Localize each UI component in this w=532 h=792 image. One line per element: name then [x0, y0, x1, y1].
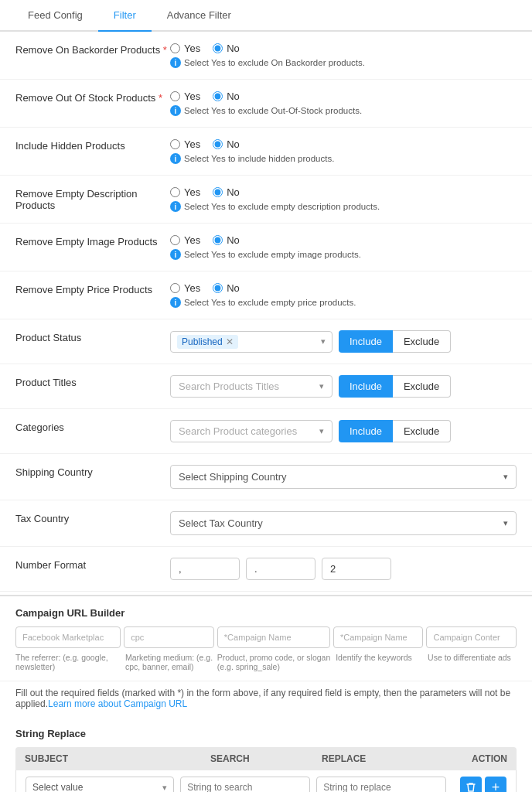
chevron-down-icon: ▾: [503, 518, 508, 528]
out-of-stock-yes[interactable]: Yes: [170, 90, 200, 102]
hint-icon: i: [170, 249, 181, 260]
hidden-controls: Yes No i Select Yes to include hidden pr…: [170, 138, 517, 164]
published-tag: Published ✕: [177, 335, 238, 349]
product-titles-include-button[interactable]: Include: [339, 375, 393, 398]
backorder-yes[interactable]: Yes: [170, 43, 200, 54]
campaign-name-input[interactable]: [217, 626, 330, 648]
thousands-separator-input[interactable]: [170, 558, 240, 580]
categories-select[interactable]: Search Product categories ▾: [170, 420, 332, 442]
filter-content: Remove On Backorder Products * Yes No i …: [0, 32, 532, 792]
tax-country-controls: Select Tax Country ▾: [170, 511, 517, 535]
hint-icon: i: [170, 201, 181, 212]
product-status-include-exclude: Include Exclude: [339, 330, 451, 353]
hidden-no[interactable]: No: [213, 138, 240, 150]
empty-price-no[interactable]: No: [213, 282, 240, 294]
product-titles-exclude-button[interactable]: Exclude: [393, 375, 451, 398]
hint-icon: i: [170, 57, 181, 68]
empty-image-row: Remove Empty Image Products Yes No i Sel…: [0, 224, 532, 271]
hint-icon: i: [170, 105, 181, 116]
empty-image-label: Remove Empty Image Products: [15, 234, 170, 248]
shipping-country-label: Shipping Country: [15, 465, 170, 478]
backorder-row: Remove On Backorder Products * Yes No i …: [0, 32, 532, 80]
product-status-select[interactable]: Published ✕ ▾: [170, 331, 332, 353]
chevron-down-icon: ▾: [319, 426, 324, 436]
categories-label: Categories: [15, 420, 170, 433]
tab-filter[interactable]: Filter: [98, 0, 152, 32]
hidden-row: Include Hidden Products Yes No i Select …: [0, 128, 532, 176]
tab-advance-filter[interactable]: Advance Filter: [152, 0, 247, 32]
replace-string-input[interactable]: [316, 777, 446, 792]
categories-exclude-button[interactable]: Exclude: [393, 420, 451, 442]
empty-desc-no[interactable]: No: [213, 186, 240, 198]
categories-controls: Search Product categories ▾ Include Excl…: [170, 420, 517, 442]
categories-include-button[interactable]: Include: [339, 420, 393, 442]
product-status-include-button[interactable]: Include: [339, 330, 393, 353]
backorder-hint: i Select Yes to exclude On Backorder pro…: [170, 57, 517, 68]
decimal-separator-input[interactable]: [246, 558, 315, 580]
shipping-country-select[interactable]: Select Shipping Country ▾: [170, 465, 517, 489]
product-status-exclude-button[interactable]: Exclude: [393, 330, 451, 353]
campaign-medium-input[interactable]: [124, 626, 214, 648]
out-of-stock-no[interactable]: No: [213, 90, 240, 102]
tag-close-icon[interactable]: ✕: [226, 336, 234, 347]
backorder-no[interactable]: No: [213, 43, 240, 54]
product-status-controls-row: Published ✕ ▾ Include Exclude: [170, 330, 517, 353]
campaign-info: Fill out the required fields (marked wit…: [0, 681, 532, 720]
hidden-radio-group: Yes No: [170, 138, 517, 150]
campaign-content-input[interactable]: [426, 626, 517, 648]
campaign-title: Campaign URL Builder: [0, 596, 532, 626]
empty-desc-radio-group: Yes No: [170, 186, 517, 198]
product-titles-label: Product Titles: [15, 375, 170, 388]
campaign-inputs: [0, 626, 532, 653]
col-search: SEARCH: [210, 753, 322, 764]
campaign-source-input[interactable]: [15, 626, 121, 648]
empty-desc-yes[interactable]: Yes: [170, 186, 200, 198]
add-row-button[interactable]: +: [485, 777, 506, 792]
product-titles-include-exclude: Include Exclude: [339, 375, 451, 398]
product-titles-controls: Search Products Titles ▾ Include Exclude: [170, 375, 517, 398]
categories-row: Categories Search Product categories ▾ I…: [0, 409, 532, 454]
empty-price-radio-group: Yes No: [170, 282, 517, 294]
learn-more-link[interactable]: Learn more about Campaign URL: [48, 698, 187, 709]
campaign-content-hint: Use to differentiate ads: [428, 653, 517, 671]
empty-price-row: Remove Empty Price Products Yes No i Sel…: [0, 271, 532, 319]
tax-country-select[interactable]: Select Tax Country ▾: [170, 511, 517, 535]
backorder-label: Remove On Backorder Products *: [15, 43, 170, 56]
campaign-name-hint: Product, promo code, or slogan (e.g. spr…: [217, 653, 332, 671]
campaign-source-hint: The referrer: (e.g. google, newsletter): [15, 653, 122, 671]
delete-row-button[interactable]: [460, 777, 482, 792]
tax-country-label: Tax Country: [15, 511, 170, 524]
subject-select[interactable]: Select value ▾: [26, 777, 174, 792]
backorder-controls: Yes No i Select Yes to exclude On Backor…: [170, 43, 517, 68]
categories-controls-row: Search Product categories ▾ Include Excl…: [170, 420, 517, 442]
action-buttons: +: [452, 777, 506, 792]
empty-image-hint: i Select Yes to exclude empty image prod…: [170, 249, 517, 260]
empty-desc-hint: i Select Yes to exclude empty descriptio…: [170, 201, 517, 212]
campaign-hints: The referrer: (e.g. google, newsletter) …: [0, 653, 532, 681]
empty-desc-row: Remove Empty Description Products Yes No…: [0, 176, 532, 224]
shipping-country-row: Shipping Country Select Shipping Country…: [0, 454, 532, 500]
campaign-medium-hint: Marketing medium: (e.g. cpc, banner, ema…: [125, 653, 214, 671]
out-of-stock-radio-group: Yes No: [170, 90, 517, 102]
hidden-hint: i Select Yes to include hidden products.: [170, 153, 517, 164]
campaign-term-input[interactable]: [333, 626, 424, 648]
categories-include-exclude: Include Exclude: [339, 420, 451, 442]
string-replace-title: String Replace: [15, 720, 517, 747]
backorder-radio-group: Yes No: [170, 43, 517, 54]
product-titles-select[interactable]: Search Products Titles ▾: [170, 375, 332, 398]
campaign-term-hint: Identify the keywords: [336, 653, 425, 671]
col-replace: REPLACE: [322, 753, 433, 764]
hidden-yes[interactable]: Yes: [170, 138, 200, 150]
empty-price-yes[interactable]: Yes: [170, 282, 200, 294]
tab-feed-config[interactable]: Feed Config: [12, 0, 98, 32]
search-string-input[interactable]: [180, 777, 310, 792]
number-format-label: Number Format: [15, 558, 170, 571]
string-replace-row: Select value ▾ +: [15, 770, 517, 792]
page-wrapper: Feed Config Filter Advance Filter Remove…: [0, 0, 532, 792]
number-format-row: Number Format: [0, 547, 532, 592]
chevron-down-icon: ▾: [162, 783, 167, 793]
precision-input[interactable]: [322, 558, 391, 580]
empty-image-yes[interactable]: Yes: [170, 234, 200, 246]
empty-desc-controls: Yes No i Select Yes to exclude empty des…: [170, 186, 517, 212]
empty-image-no[interactable]: No: [213, 234, 240, 246]
